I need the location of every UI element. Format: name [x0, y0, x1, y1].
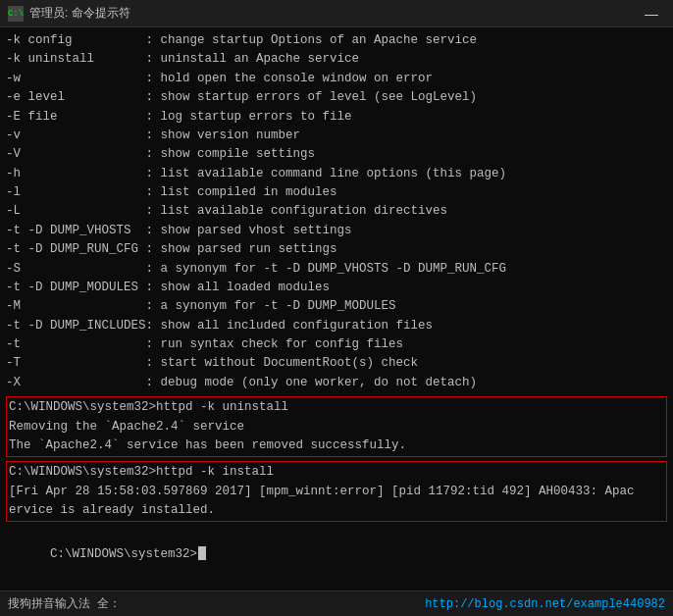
console-line: -S : a synonym for -t -D DUMP_VHOSTS -D … — [6, 260, 667, 279]
console-line: -l : list compiled in modules — [6, 183, 667, 202]
console-line: -E file : log startup errors to file — [6, 108, 667, 127]
console-body[interactable]: -k config : change startup Options of an… — [0, 27, 673, 590]
console-line: -t -D DUMP_VHOSTS : show parsed vhost se… — [6, 222, 667, 240]
window-controls: — — [638, 4, 665, 24]
console-line: -X : debug mode (only one worker, do not… — [6, 374, 667, 392]
install-line1: [Fri Apr 28 15:58:03.597869 2017] [mpm_w… — [9, 483, 664, 501]
console-line: -t : run syntax check for config files — [6, 335, 667, 354]
window: C:\ 管理员: 命令提示符 — -k config : change star… — [0, 0, 673, 616]
uninstall-prompt: C:\WINDOWS\system32>httpd -k uninstall — [9, 398, 664, 417]
console-line: -k uninstall : uninstall an Apache servi… — [6, 50, 667, 69]
console-line: -T : start without DocumentRoot(s) check — [6, 354, 667, 373]
title-bar: C:\ 管理员: 命令提示符 — — [0, 0, 673, 27]
console-line: -t -D DUMP_RUN_CFG : show parsed run set… — [6, 240, 667, 259]
uninstall-line2: The `Apache2.4` service has been removed… — [9, 436, 664, 455]
console-line: -t -D DUMP_INCLUDES: show all included c… — [6, 317, 667, 335]
console-line: -L : list available configuration direct… — [6, 202, 667, 221]
install-line2: ervice is already installed. — [9, 501, 664, 520]
console-line: -M : a synonym for -t -D DUMP_MODULES — [6, 297, 667, 316]
console-line: -h : list available command line options… — [6, 165, 667, 183]
uninstall-line1: Removing the `Apache2.4` service — [9, 418, 664, 436]
uninstall-block: C:\WINDOWS\system32>httpd -k uninstall R… — [6, 396, 667, 457]
console-line: -w : hold open the console window on err… — [6, 70, 667, 88]
watermark-url: http://blog.csdn.net/example440982 — [425, 597, 665, 611]
console-line: -v : show version number — [6, 127, 667, 145]
install-block: C:\WINDOWS\system32>httpd -k install [Fr… — [6, 461, 667, 522]
cursor — [198, 546, 206, 560]
status-bar: 搜狗拼音输入法 全： http://blog.csdn.net/example4… — [0, 590, 673, 616]
console-line: -e level : show startup errors of level … — [6, 88, 667, 107]
console-line: -k config : change startup Options of an… — [6, 31, 667, 50]
install-prompt: C:\WINDOWS\system32>httpd -k install — [9, 463, 664, 482]
console-line: -t -D DUMP_MODULES : show all loaded mod… — [6, 279, 667, 297]
last-prompt: C:\WINDOWS\system32> — [6, 526, 667, 583]
window-title: 管理员: 命令提示符 — [29, 5, 638, 22]
window-icon: C:\ — [8, 6, 24, 22]
minimize-button[interactable]: — — [638, 4, 665, 24]
ime-status: 搜狗拼音输入法 全： — [8, 595, 121, 612]
console-line: -V : show compile settings — [6, 145, 667, 164]
